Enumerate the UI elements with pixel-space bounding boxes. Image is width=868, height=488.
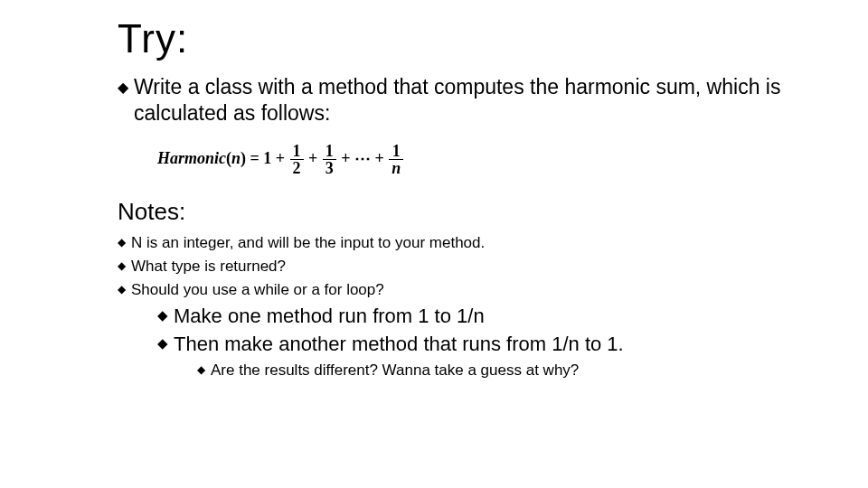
note-item-2: ◆ What type is returned?: [118, 257, 814, 277]
harmonic-formula: Harmonic(n) = 1 + 12 + 13 + ⋯ + 1n: [157, 143, 814, 176]
note-item-3: ◆ Should you use a while or a for loop?: [118, 280, 814, 300]
sub-method-text: Then make another method that runs from …: [174, 332, 624, 357]
notes-heading: Notes:: [118, 198, 814, 226]
followup-text: Are the results different? Wanna take a …: [211, 361, 579, 380]
sub-method-1: ◆ Make one method run from 1 to 1/n: [157, 304, 814, 329]
diamond-bullet-icon: ◆: [118, 280, 126, 296]
slide-title: Try:: [118, 16, 814, 61]
fraction-1-3: 13: [323, 143, 336, 176]
diamond-bullet-icon: ◆: [197, 361, 205, 376]
diamond-bullet-icon: ◆: [118, 233, 126, 249]
diamond-bullet-icon: ◆: [157, 332, 168, 352]
main-bullet-text: Write a class with a method that compute…: [134, 74, 814, 127]
sub-method-2: ◆ Then make another method that runs fro…: [157, 332, 814, 357]
slide: Try: ◆ Write a class with a method that …: [0, 0, 868, 380]
diamond-bullet-icon: ◆: [157, 304, 168, 324]
main-bullet: ◆ Write a class with a method that compu…: [118, 74, 814, 127]
diamond-bullet-icon: ◆: [118, 74, 128, 96]
ellipsis: ⋯: [354, 148, 371, 166]
sub-method-text: Make one method run from 1 to 1/n: [174, 304, 485, 329]
note-text: What type is returned?: [131, 257, 286, 277]
note-item-1: ◆ N is an integer, and will be the input…: [118, 233, 814, 253]
followup-question: ◆ Are the results different? Wanna take …: [197, 361, 814, 380]
note-text: Should you use a while or a for loop?: [131, 280, 384, 300]
note-text: N is an integer, and will be the input t…: [131, 233, 485, 253]
diamond-bullet-icon: ◆: [118, 257, 126, 272]
formula-name: Harmonic: [157, 148, 226, 166]
fraction-1-2: 12: [290, 143, 304, 176]
fraction-1-n: 1n: [389, 143, 403, 176]
